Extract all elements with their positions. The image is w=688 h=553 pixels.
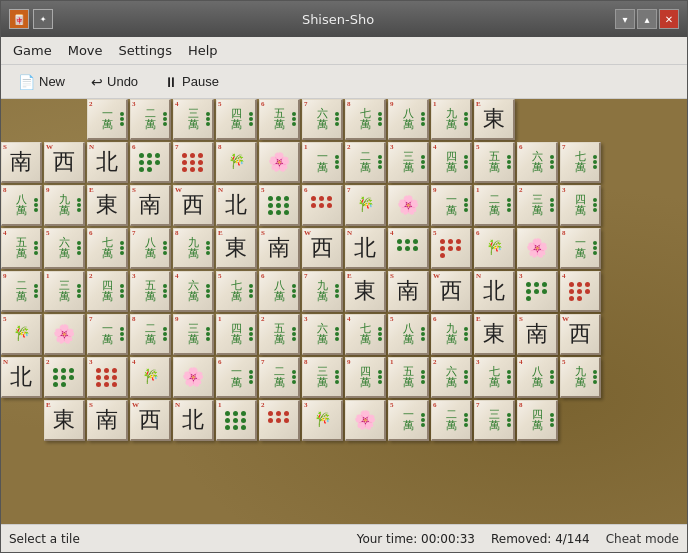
tile[interactable]: W西: [560, 314, 601, 355]
tile[interactable]: 3三萬: [388, 142, 429, 183]
tile[interactable]: 9八萬: [388, 99, 429, 140]
tile[interactable]: 3四萬: [560, 185, 601, 226]
minimize-button[interactable]: ▾: [615, 9, 635, 29]
tile[interactable]: S南: [259, 228, 300, 269]
tile[interactable]: 🌸: [259, 142, 300, 183]
tile[interactable]: 3: [517, 271, 558, 312]
pause-button[interactable]: ⏸ Pause: [155, 70, 228, 94]
tile[interactable]: 6五萬: [259, 99, 300, 140]
tile[interactable]: 9三萬: [173, 314, 214, 355]
tile[interactable]: 5九萬: [560, 357, 601, 398]
tile[interactable]: S南: [388, 271, 429, 312]
tile[interactable]: 6: [130, 142, 171, 183]
tile[interactable]: E東: [474, 99, 515, 140]
tile[interactable]: 2五萬: [259, 314, 300, 355]
tile[interactable]: 9九萬: [44, 185, 85, 226]
tile[interactable]: 5六萬: [44, 228, 85, 269]
tile[interactable]: 8八萬: [1, 185, 42, 226]
tile[interactable]: 🌸: [388, 185, 429, 226]
tile[interactable]: 5五萬: [474, 142, 515, 183]
tile[interactable]: 8二萬: [130, 314, 171, 355]
tile[interactable]: 6🎋: [474, 228, 515, 269]
tile[interactable]: 1九萬: [431, 99, 472, 140]
tile[interactable]: 2二萬: [345, 142, 386, 183]
tile[interactable]: 6一萬: [216, 357, 257, 398]
tile[interactable]: 2一萬: [87, 99, 128, 140]
tile[interactable]: 4七萬: [345, 314, 386, 355]
tile[interactable]: 3🎋: [302, 400, 343, 441]
tile[interactable]: 3: [87, 357, 128, 398]
tile[interactable]: W西: [431, 271, 472, 312]
tile[interactable]: 6七萬: [87, 228, 128, 269]
tile[interactable]: 2三萬: [517, 185, 558, 226]
tile[interactable]: 4四萬: [431, 142, 472, 183]
tile[interactable]: 🌸: [345, 400, 386, 441]
tile[interactable]: 2: [44, 357, 85, 398]
close-button[interactable]: ✕: [659, 9, 679, 29]
tile[interactable]: N北: [173, 400, 214, 441]
menu-game[interactable]: Game: [5, 40, 60, 61]
tile[interactable]: 3二萬: [130, 99, 171, 140]
tile[interactable]: 4五萬: [1, 228, 42, 269]
tile[interactable]: 5四萬: [216, 99, 257, 140]
tile[interactable]: E東: [44, 400, 85, 441]
tile[interactable]: E東: [345, 271, 386, 312]
tile[interactable]: W西: [302, 228, 343, 269]
tile[interactable]: 1五萬: [388, 357, 429, 398]
tile[interactable]: 4: [560, 271, 601, 312]
tile[interactable]: 4🎋: [130, 357, 171, 398]
tile[interactable]: 3五萬: [130, 271, 171, 312]
tile[interactable]: 4八萬: [517, 357, 558, 398]
tile[interactable]: 8七萬: [345, 99, 386, 140]
tile[interactable]: W西: [130, 400, 171, 441]
tile[interactable]: 9一萬: [431, 185, 472, 226]
tile[interactable]: S南: [87, 400, 128, 441]
tile[interactable]: S南: [1, 142, 42, 183]
tile[interactable]: 5🎋: [1, 314, 42, 355]
tile[interactable]: 7九萬: [302, 271, 343, 312]
new-button[interactable]: 📄 New: [9, 70, 74, 94]
tile[interactable]: 1四萬: [216, 314, 257, 355]
tile[interactable]: 2: [259, 400, 300, 441]
tile[interactable]: 2六萬: [431, 357, 472, 398]
tile[interactable]: 🌸: [173, 357, 214, 398]
tile[interactable]: 4六萬: [173, 271, 214, 312]
tile[interactable]: S南: [130, 185, 171, 226]
tile[interactable]: 7二萬: [259, 357, 300, 398]
tile[interactable]: 1一萬: [302, 142, 343, 183]
tile[interactable]: 9二萬: [1, 271, 42, 312]
tile[interactable]: 5八萬: [388, 314, 429, 355]
tile[interactable]: 6二萬: [431, 400, 472, 441]
tile[interactable]: 7一萬: [87, 314, 128, 355]
tile[interactable]: E東: [474, 314, 515, 355]
menu-settings[interactable]: Settings: [111, 40, 180, 61]
tile[interactable]: S南: [517, 314, 558, 355]
tile[interactable]: 🌸: [517, 228, 558, 269]
tile[interactable]: 2四萬: [87, 271, 128, 312]
tile[interactable]: 8一萬: [560, 228, 601, 269]
tile[interactable]: 5: [431, 228, 472, 269]
tile[interactable]: 🌸: [44, 314, 85, 355]
tile[interactable]: 1三萬: [44, 271, 85, 312]
tile[interactable]: 4: [388, 228, 429, 269]
maximize-button[interactable]: ▴: [637, 9, 657, 29]
tile[interactable]: 3七萬: [474, 357, 515, 398]
tile[interactable]: E東: [87, 185, 128, 226]
tile[interactable]: 9四萬: [345, 357, 386, 398]
tile[interactable]: 8四萬: [517, 400, 558, 441]
tile[interactable]: 6八萬: [259, 271, 300, 312]
tile[interactable]: 6六萬: [517, 142, 558, 183]
tile[interactable]: 7🎋: [345, 185, 386, 226]
tile[interactable]: 6: [302, 185, 343, 226]
tile[interactable]: N北: [474, 271, 515, 312]
undo-button[interactable]: ↩ Undo: [82, 70, 147, 94]
menu-help[interactable]: Help: [180, 40, 226, 61]
tile[interactable]: W西: [44, 142, 85, 183]
tile[interactable]: N北: [216, 185, 257, 226]
tile[interactable]: 1二萬: [474, 185, 515, 226]
tile[interactable]: 7三萬: [474, 400, 515, 441]
tile[interactable]: 8九萬: [173, 228, 214, 269]
tile[interactable]: 5七萬: [216, 271, 257, 312]
tile[interactable]: 5一萬: [388, 400, 429, 441]
tile[interactable]: 5: [259, 185, 300, 226]
